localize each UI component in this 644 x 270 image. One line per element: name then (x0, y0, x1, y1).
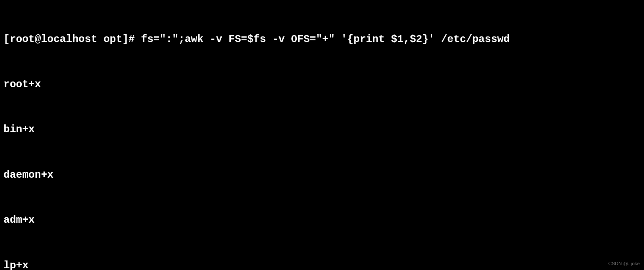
output-line: adm+x (3, 213, 641, 228)
terminal-window[interactable]: [root@localhost opt]# fs=":";awk -v FS=$… (3, 2, 641, 270)
shell-command: fs=":";awk -v FS=$fs -v OFS="+" '{print … (141, 33, 510, 45)
shell-prompt: [root@localhost opt]# (3, 33, 141, 45)
output-line: bin+x (3, 122, 641, 137)
output-line: daemon+x (3, 168, 641, 183)
command-line: [root@localhost opt]# fs=":";awk -v FS=$… (3, 32, 641, 47)
output-line: lp+x (3, 258, 641, 270)
watermark-text: CSDN @- joke (608, 260, 640, 267)
output-line: root+x (3, 77, 641, 92)
